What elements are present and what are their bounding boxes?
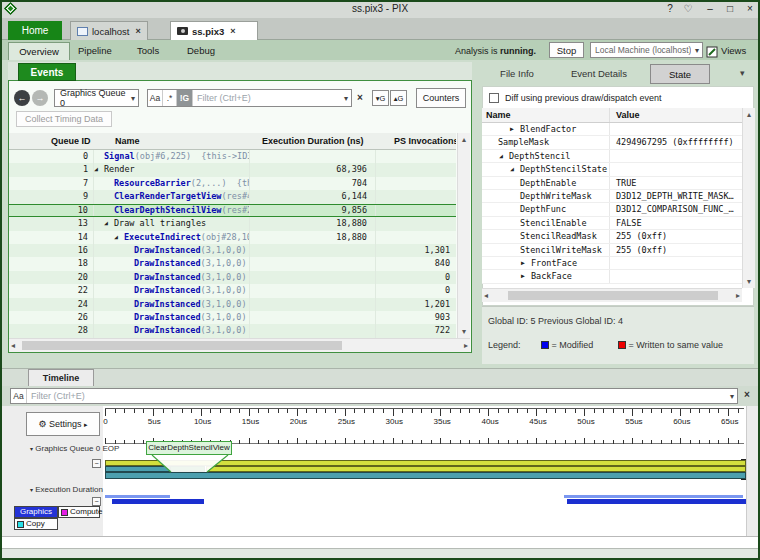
event-row[interactable]: 22DrawInstanced(3,1,0,0)0: [9, 284, 456, 297]
tab-localhost[interactable]: localhost ×: [70, 21, 148, 40]
timeline-eop-segment[interactable]: [105, 472, 746, 479]
tab-event-details[interactable]: Event Details: [556, 64, 642, 84]
event-row[interactable]: 24DrawInstanced(3,1,0,0)1,201: [9, 298, 456, 311]
track-collapse-toggle[interactable]: −: [92, 459, 101, 468]
scroll-right-icon[interactable]: ▸: [464, 341, 468, 350]
timeline-exec-segment[interactable]: [567, 499, 746, 504]
state-row[interactable]: ◢DepthStencilState: [482, 163, 742, 176]
timeline-ruler[interactable]: 05us10us15us20us25us30us35us40us45us50us…: [103, 406, 746, 444]
event-row[interactable]: 1◢Render68,396: [9, 163, 456, 176]
event-row[interactable]: 9ClearRenderTargetView(res#4,6,144: [9, 190, 456, 203]
close-tab-icon[interactable]: ×: [136, 26, 141, 36]
scroll-down-icon[interactable]: ▾: [458, 327, 470, 336]
match-case-toggle[interactable]: Aa: [148, 90, 163, 106]
event-row[interactable]: 13◢Draw all triangles18,880: [9, 217, 456, 230]
views-icon[interactable]: [706, 44, 718, 62]
event-row[interactable]: 0Signal(obj#6,225) {this->ID3C: [9, 150, 456, 163]
stop-button[interactable]: Stop: [549, 42, 584, 58]
events-horizontal-scrollbar[interactable]: ◂ ▸: [9, 338, 470, 352]
regex-toggle[interactable]: .*: [163, 90, 177, 106]
timeline-vertical-scrollbar[interactable]: [746, 406, 758, 536]
legend-copy[interactable]: Copy: [14, 518, 58, 530]
timeline-exec-segment[interactable]: [564, 495, 743, 498]
tab-home[interactable]: Home: [8, 21, 62, 40]
col-duration[interactable]: Execution Duration (ns): [250, 133, 376, 149]
col-ps-invocations[interactable]: PS Invocations: [376, 133, 456, 149]
track-collapse-toggle[interactable]: −: [92, 497, 101, 506]
close-button[interactable]: ×: [742, 2, 758, 16]
state-row[interactable]: ▶FrontFace: [482, 257, 742, 270]
queue-dropdown[interactable]: Graphics Queue 0 ▾: [54, 89, 139, 107]
state-row[interactable]: ▶BlendFactor: [482, 123, 742, 136]
col-state-name[interactable]: Name: [482, 108, 610, 122]
counters-button[interactable]: Counters: [416, 88, 466, 108]
state-row[interactable]: StencilEnableFALSE: [482, 217, 742, 230]
diff-checkbox[interactable]: [489, 93, 499, 103]
state-row[interactable]: DepthWriteMaskD3D12_DEPTH_WRITE_MASK…: [482, 190, 742, 203]
prev-group-button[interactable]: ▾G: [372, 90, 389, 106]
clear-filter-icon[interactable]: ×: [744, 389, 750, 400]
tab-tools[interactable]: Tools: [137, 45, 159, 56]
tab-overview[interactable]: Overview: [8, 42, 70, 60]
state-row[interactable]: ◢DepthStencil: [482, 150, 742, 163]
maximize-button[interactable]: □: [722, 2, 738, 16]
event-row[interactable]: 16DrawInstanced(3,1,0,0)1,301: [9, 244, 456, 257]
match-case-toggle[interactable]: Aa: [11, 389, 27, 403]
scroll-left-icon[interactable]: ◂: [11, 341, 15, 350]
next-group-button[interactable]: ▴G: [390, 90, 407, 106]
event-row[interactable]: 26DrawInstanced(3,1,0,0)903: [9, 311, 456, 324]
event-row[interactable]: 28DrawInstanced(3,1,0,0)722: [9, 324, 456, 337]
state-table-header[interactable]: Name Value: [482, 108, 742, 123]
panel-menu-icon[interactable]: ▾: [740, 68, 745, 78]
col-name[interactable]: Name: [93, 133, 250, 149]
timeline-filter[interactable]: Aa Filter (Ctrl+E) ▾: [10, 388, 738, 404]
target-machine-dropdown[interactable]: Local Machine (localhost) ▾: [590, 42, 703, 58]
forward-icon[interactable]: →: [32, 90, 48, 106]
events-filter[interactable]: Aa .* !G Filter (Ctrl+E) ▾: [147, 89, 352, 107]
clear-filter-icon[interactable]: ×: [357, 92, 363, 103]
events-vertical-scrollbar[interactable]: ▴ ▾: [457, 133, 470, 338]
tab-file-info[interactable]: File Info: [488, 64, 546, 84]
tab-state[interactable]: State: [650, 64, 710, 84]
state-vertical-scrollbar[interactable]: ▴ ▾: [742, 108, 755, 288]
state-row[interactable]: SampleMask4294967295 (0xffffffff): [482, 136, 742, 149]
event-row[interactable]: 7ResourceBarrier(2,...) {thi704: [9, 177, 456, 190]
timeline-exec-segment[interactable]: [112, 499, 204, 504]
settings-button[interactable]: ⚙ Settings ▸: [26, 412, 100, 436]
close-tab-icon[interactable]: ×: [230, 26, 235, 36]
scroll-thumb[interactable]: [22, 341, 342, 350]
state-row[interactable]: DepthEnableTRUE: [482, 177, 742, 190]
track-label-exec[interactable]: ▾ Execution Duration: [30, 485, 103, 494]
tab-debug[interactable]: Debug: [187, 45, 215, 56]
state-row[interactable]: StencilReadMask255 (0xff): [482, 230, 742, 243]
state-row[interactable]: ▶BackFace: [482, 270, 742, 283]
scroll-thumb[interactable]: [508, 291, 718, 300]
timeline-tab[interactable]: Timeline: [28, 369, 94, 386]
back-icon[interactable]: ←: [14, 90, 30, 106]
tab-capture[interactable]: ss.pix3 ×: [170, 21, 258, 40]
state-horizontal-scrollbar[interactable]: ◂ ▸: [482, 288, 742, 302]
legend-graphics[interactable]: Graphics: [14, 506, 58, 518]
scroll-up-icon[interactable]: ▴: [743, 110, 755, 119]
state-row[interactable]: DepthFuncD3D12_COMPARISON_FUNC_…: [482, 203, 742, 216]
event-row[interactable]: 18DrawInstanced(3,1,0,0)840: [9, 257, 456, 270]
event-row[interactable]: 14◢ExecuteIndirect(obj#28,10218,880: [9, 231, 456, 244]
scroll-up-icon[interactable]: ▴: [458, 135, 470, 144]
event-row[interactable]: 20DrawInstanced(3,1,0,0)0: [9, 271, 456, 284]
timeline-exec-segment[interactable]: [105, 495, 170, 498]
scroll-left-icon[interactable]: ◂: [484, 291, 488, 300]
tab-pipeline[interactable]: Pipeline: [78, 45, 112, 56]
scroll-right-icon[interactable]: ▸: [736, 291, 740, 300]
feedback-heart-icon[interactable]: ♡: [680, 2, 696, 16]
legend-compute[interactable]: Compute: [58, 506, 100, 518]
exclude-toggle[interactable]: !G: [177, 90, 193, 106]
views-button[interactable]: Views: [721, 45, 746, 56]
scroll-down-icon[interactable]: ▾: [743, 277, 755, 286]
col-state-value[interactable]: Value: [610, 108, 640, 122]
event-row[interactable]: 10ClearDepthStencilView(res#2,9,856: [9, 204, 456, 217]
state-row[interactable]: StencilWriteMask255 (0xff): [482, 244, 742, 257]
help-icon[interactable]: ?: [662, 2, 678, 16]
minimize-button[interactable]: –: [702, 2, 718, 16]
collect-timing-button[interactable]: Collect Timing Data: [16, 111, 112, 127]
title-bar[interactable]: ss.pix3 - PIX ? ♡ – □ ×: [0, 0, 760, 18]
